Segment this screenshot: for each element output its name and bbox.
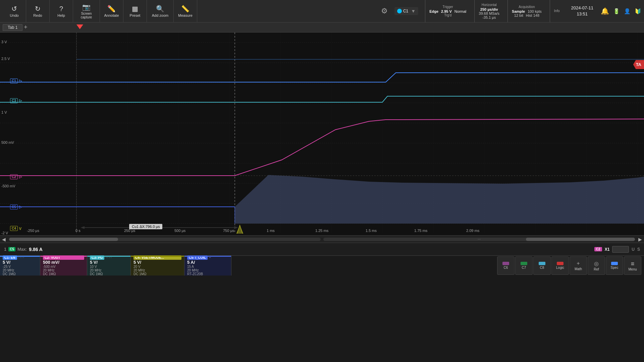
c1-sub: -25 V [3, 265, 11, 268]
c7-label: C7 [522, 266, 526, 269]
undo-icon: ↺ [11, 5, 17, 13]
bell-icon[interactable]: 🔔 [601, 7, 609, 15]
menu-button[interactable]: ≡ Menu [624, 256, 641, 275]
c1-channel-label[interactable]: C1 ▷ [10, 78, 22, 83]
svg-text:1.25 ms: 1.25 ms [315, 229, 329, 233]
acquisition-row1: Sample 100 kpts [512, 9, 542, 13]
toolbar-right: ⚙ C1 ▼ Trigger Edge 2.95 V Normal Trg'd … [378, 0, 641, 22]
spec-button[interactable]: Spec [606, 256, 623, 275]
acquisition-section[interactable]: Acquisition Sample 100 kpts 12 bit Hist … [507, 0, 546, 22]
annotate-button[interactable]: ✏️ Annotate [100, 0, 123, 22]
add-zoom-button[interactable]: 🔍 Add zoom [147, 0, 174, 22]
channel-strip-c3[interactable]: C3- PG ···· 5 V/ 10 V 20 MHz DC 1MΩ [87, 256, 131, 276]
svg-text:2.09 ms: 2.09 ms [466, 229, 480, 233]
channel-strip-c5[interactable]: C5- I_COIL − 5 A/ 15 A 20 MHz RT-ZC20B [184, 256, 231, 276]
c1-color-bar [0, 256, 40, 257]
c4-voltage: 5 V/ [133, 260, 181, 265]
date: 2024-07-11 [571, 5, 594, 11]
c1-freq: 20 MHz [3, 268, 37, 272]
trigger-status: Trg'd [444, 13, 451, 17]
right-buttons-area: C6 C7 C8 Logic + Math ◎ Ref Spec ≡ Menu [494, 256, 644, 276]
trigger-type: Edge [429, 9, 438, 13]
meas-type: Max: [17, 247, 27, 252]
y-label-500mv: 500 mV [1, 140, 14, 144]
undo-button[interactable]: ↺ Undo [3, 0, 26, 22]
trigger-section[interactable]: Trigger Edge 2.95 V Normal Trg'd [425, 0, 470, 22]
measurement-bar: 1 C5 Max: 9.86 A C2 X1 U S [0, 243, 644, 255]
settings-area: ⚙ C1 ▼ [378, 7, 421, 15]
svg-text:750 µs: 750 µs [223, 229, 234, 233]
c8-button[interactable]: C8 [533, 256, 551, 275]
channel-strip-c2[interactable]: C2- VOUT 500 mV/ -500 mV 20 MHz DC 1MΩ [40, 256, 87, 276]
y-label-25v: 2.5 V [1, 57, 10, 61]
c4-imp: DC 1MΩ [133, 272, 181, 276]
c3-color-bar [87, 256, 130, 257]
horizontal-position: -35.1 µs [482, 15, 496, 19]
acquisition-points: 100 kpts [528, 9, 542, 13]
info-section[interactable]: Info [550, 0, 564, 22]
c7-button[interactable]: C7 [515, 256, 533, 275]
logic-label: Logic [556, 266, 564, 269]
measure-button[interactable]: 📏 Measure [174, 0, 197, 22]
c4-channel-label[interactable]: C4 V [10, 226, 21, 231]
tab-add-button[interactable]: + [24, 24, 28, 31]
svg-marker-28 [235, 225, 644, 234]
tab-bar: Tab 1 + [0, 22, 644, 33]
scroll-thumb-left[interactable] [9, 238, 118, 241]
c8-label: C8 [540, 266, 544, 269]
trigger-voltage: 2.95 V [441, 9, 452, 13]
channel-strip-c4[interactable]: C4- VSET/MODE... 5 V/ 20 V 20 MHz DC 1MΩ [131, 256, 184, 276]
help-label: Help [57, 13, 65, 17]
horizontal-samplerate: 39.68 MSa/s [479, 11, 499, 15]
scroll-track-left[interactable] [9, 238, 321, 241]
acquisition-hist: Hist 148 [526, 13, 539, 17]
cursor-value-input[interactable] [612, 246, 629, 253]
cursor-section: C2 X1 U S [594, 246, 640, 253]
ref-button[interactable]: ◎ Ref [588, 256, 605, 275]
ref-icon: ◎ [594, 260, 599, 267]
channel-dot [397, 9, 402, 13]
scroll-right-arrow[interactable]: ▶ [636, 237, 644, 242]
c3-sub: 10 V [90, 265, 128, 268]
help-icon: ? [59, 5, 63, 13]
channel-selector[interactable]: C1 ▼ [394, 7, 418, 15]
svg-text:1 ms: 1 ms [267, 229, 275, 233]
add-zoom-label: Add zoom [152, 13, 169, 17]
c1-details: -25 V [3, 265, 37, 268]
c2-voltage: 500 mV/ [43, 260, 84, 265]
y-label-1v: 1 V [1, 110, 7, 114]
undo-label: Undo [10, 13, 18, 17]
spec-label: Spec [611, 266, 619, 269]
trigger-mode: Normal [454, 9, 466, 13]
screen-capture-button[interactable]: 📷 Screencapture [73, 0, 100, 22]
trigger-row1: Edge 2.95 V Normal [429, 9, 466, 13]
scroll-left-arrow[interactable]: ◀ [0, 237, 8, 242]
acquisition-bits: 12 bit [514, 13, 523, 17]
c3-channel-label[interactable]: C3 ▷ [10, 98, 22, 103]
c5-channel-label[interactable]: C5 ▷ [10, 204, 22, 209]
preset-button[interactable]: ▦ Preset [123, 0, 147, 22]
c8-color-swatch [539, 262, 545, 265]
c2-sub: -500 mV [43, 265, 84, 268]
horizontal-section[interactable]: Horizontal 250 µs/div 39.68 MSa/s -35.1 … [474, 0, 503, 22]
redo-icon: ↻ [35, 5, 41, 13]
preset-icon: ▦ [132, 5, 138, 13]
c6-button[interactable]: C6 [497, 256, 515, 275]
c2-imp: DC 1MΩ [43, 272, 84, 276]
y-label-3v: 3 V [1, 40, 7, 44]
cursor-mode: X1 [605, 247, 610, 252]
svg-text:1.75 ms: 1.75 ms [414, 229, 428, 233]
logic-button[interactable]: Logic [551, 256, 569, 275]
svg-text:500 µs: 500 µs [174, 229, 186, 233]
scroll-thumb-right[interactable] [526, 238, 635, 241]
preset-label: Preset [130, 13, 141, 17]
channel-strip-c1[interactable]: C1- EN ···· 5 V/ -25 V 20 MHz DC 1MΩ [0, 256, 40, 276]
tab-1[interactable]: Tab 1 [3, 24, 22, 31]
redo-button[interactable]: ↻ Redo [26, 0, 50, 22]
help-button[interactable]: ? Help [50, 0, 73, 22]
math-button[interactable]: + Math [570, 256, 587, 275]
c2-channel-label[interactable]: C2 ▷ [10, 174, 22, 179]
scroll-track-right[interactable]: ··· [323, 238, 635, 241]
gear-button[interactable]: ⚙ [378, 7, 390, 15]
c2-color-bar [40, 256, 87, 257]
